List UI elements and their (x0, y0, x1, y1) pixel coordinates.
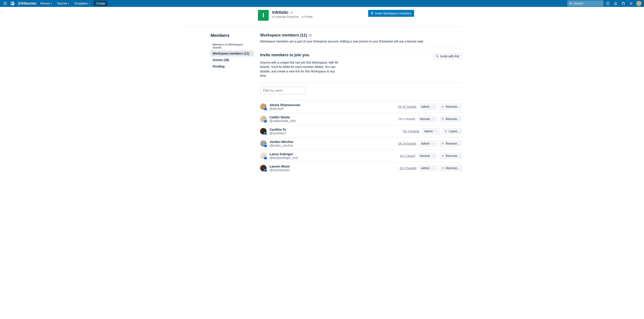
member-actions: On 4 boardsAdmin ···✕ Leave… (403, 128, 462, 134)
member-name: Lacey Kobriger (270, 152, 298, 156)
chevron-down-icon: ▾ (68, 2, 69, 5)
boards-link: On 0 boards (398, 117, 415, 121)
atlassian-logo[interactable]: @Atlassian (16, 1, 38, 5)
content: I Inktistic Atlassian Enterprise Private (167, 7, 477, 174)
workspace-initial: I (262, 12, 264, 19)
svg-point-18 (631, 3, 632, 4)
briefcase-icon (272, 15, 275, 18)
invite-members-button[interactable]: Invite Workspace members (368, 10, 414, 17)
create-button[interactable]: Create (94, 0, 108, 6)
boards-link[interactable]: On 2 boards (400, 166, 416, 170)
svg-rect-11 (13, 2, 14, 4)
member-avatar[interactable] (260, 153, 266, 159)
member-row: Caitlin Steele@caitlinsteele_xdmOn 0 boa… (260, 113, 462, 125)
edit-icon[interactable] (290, 11, 293, 14)
workspace-meta: Atlassian Enterprise Private (272, 15, 312, 18)
svg-rect-19 (272, 16, 274, 18)
role-button[interactable]: Normal ··· (418, 116, 437, 122)
nav-templates[interactable]: Templates ▾ (72, 0, 92, 7)
enterprise-label: Atlassian Enterprise (276, 15, 299, 18)
member-avatar[interactable] (260, 165, 266, 171)
invite-with-link-button[interactable]: Invite with link (433, 53, 462, 60)
role-label: Admin (421, 105, 430, 108)
remove-label: Remove… (446, 117, 460, 121)
remove-label: Leave… (449, 130, 460, 133)
svg-point-15 (608, 2, 608, 3)
member-handle: @cynthiatu7 (270, 131, 286, 135)
remove-button[interactable]: ✕ Remove… (439, 103, 462, 110)
remove-button[interactable]: ✕ Leave… (442, 128, 462, 134)
close-icon: ✕ (442, 117, 444, 121)
search-box[interactable] (567, 0, 604, 6)
member-avatar[interactable] (260, 140, 266, 147)
create-label: Create (96, 2, 105, 5)
member-actions: On 2 boardsAdmin ···✕ Remove… (400, 165, 462, 171)
members-main: Workspace members (11) Workspace members… (260, 33, 462, 174)
member-list: Alexia Ohannessian@alexiaohOn 37 boardsA… (260, 100, 462, 174)
role-button[interactable]: Admin ··· (419, 165, 437, 171)
sidebar-item[interactable]: Pending (210, 63, 254, 69)
dots-icon: ··· (431, 166, 434, 170)
boards-link[interactable]: On 1 board (400, 154, 415, 158)
member-row: Cynthia Tu@cynthiatu7On 4 boardsAdmin ··… (260, 125, 462, 137)
invite-button-label: Invite Workspace members (375, 12, 412, 15)
member-name: Jordan Mirchev (270, 140, 294, 144)
info-icon[interactable] (604, 0, 611, 7)
boards-link[interactable]: On 37 boards (398, 105, 416, 108)
role-button[interactable]: Admin ··· (422, 128, 440, 134)
remove-button[interactable]: ✕ Remove… (439, 165, 462, 171)
svg-rect-17 (622, 2, 624, 4)
sidebar-item[interactable]: Guests (38) (210, 57, 254, 63)
role-button[interactable]: Admin ··· (419, 140, 437, 147)
settings-icon[interactable] (628, 0, 634, 7)
invite-body: Anyone with a unique link can join this … (260, 60, 340, 78)
svg-rect-4 (5, 3, 6, 4)
member-avatar[interactable] (260, 116, 266, 122)
members-sidebar: Members Members of Workspace boardsWorks… (210, 33, 254, 174)
sidebar-item[interactable]: Members of Workspace boards (210, 42, 254, 50)
role-label: Admin (421, 166, 430, 170)
svg-rect-7 (5, 4, 6, 5)
member-info: Cynthia Tu@cynthiatu7 (270, 128, 286, 135)
trello-icon[interactable] (9, 0, 16, 7)
role-label: Admin (424, 130, 433, 133)
member-avatar[interactable] (260, 128, 266, 134)
app-switcher-icon[interactable] (2, 0, 9, 7)
search-icon (570, 2, 572, 5)
chevron-down-icon: ▾ (89, 2, 90, 5)
svg-rect-0 (4, 2, 4, 2)
svg-rect-1 (5, 2, 6, 2)
member-avatar[interactable] (260, 103, 266, 110)
role-button[interactable]: Admin ··· (419, 103, 437, 110)
member-handle: @caitlinsteele_xdm (270, 119, 296, 123)
filter-input[interactable] (260, 87, 306, 94)
member-row: Jordan Mirchev@jordan_mirchevOn 16 board… (260, 137, 462, 150)
workspace-icon: I (258, 10, 269, 21)
svg-rect-5 (6, 3, 7, 4)
invite-title: Invite members to join you (260, 53, 340, 57)
member-name: Lauren Moon (270, 164, 290, 168)
role-label: Normal (420, 154, 430, 158)
boards-link[interactable]: On 4 boards (403, 130, 419, 133)
member-handle: @jordan_mirchev (270, 144, 294, 147)
enterprise-nav-icon[interactable] (620, 0, 627, 7)
nav-starred[interactable]: Starred ▾ (55, 0, 72, 7)
close-icon: ✕ (442, 154, 444, 158)
boards-link[interactable]: On 16 boards (398, 142, 416, 145)
remove-button[interactable]: ✕ Remove… (439, 153, 462, 159)
section-title: Workspace members (11) (260, 33, 462, 37)
search-input[interactable] (574, 2, 601, 5)
sidebar-item[interactable]: Workspace members (11) (210, 50, 254, 56)
remove-button[interactable]: ✕ Remove… (439, 116, 462, 122)
workspace-title: Inktistic (272, 10, 288, 15)
notification-icon[interactable] (612, 0, 619, 7)
chevron-down-icon: ▾ (51, 2, 52, 5)
role-button[interactable]: Normal ··· (418, 153, 437, 159)
member-actions: On 0 boardsNormal ···✕ Remove… (398, 116, 462, 122)
expand-sidebar-handle[interactable]: › (0, 10, 4, 13)
user-avatar[interactable] (635, 0, 642, 7)
main-area: Members Members of Workspace boardsWorks… (182, 26, 462, 174)
remove-button[interactable]: ✕ Remove… (439, 140, 462, 147)
nav-recent[interactable]: Recent ▾ (38, 0, 54, 7)
svg-rect-3 (4, 3, 4, 4)
